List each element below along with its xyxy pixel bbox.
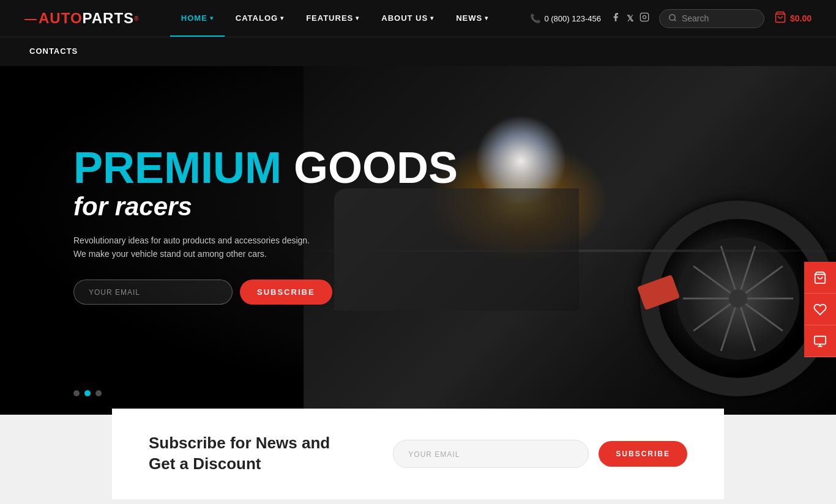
slider-dots — [73, 390, 102, 396]
subscribe-wrapper: Subscribe for News and Get a Discount SU… — [0, 409, 836, 504]
subscribe-button[interactable]: SUBSCRIBE — [599, 441, 687, 467]
subscribe-email-input[interactable] — [393, 440, 589, 468]
right-float-buttons — [804, 262, 836, 357]
phone-number: 0 (800) 123-456 — [544, 14, 601, 23]
subscribe-title: Subscribe for News and Get a Discount — [149, 433, 332, 475]
svg-line-3 — [674, 19, 676, 21]
facebook-icon[interactable] — [611, 12, 621, 24]
nav-item-features[interactable]: FEATURES ▾ — [295, 0, 370, 37]
svg-rect-0 — [640, 13, 648, 21]
logo-auto: AUTO — [39, 10, 83, 27]
subscribe-section: Subscribe for News and Get a Discount SU… — [112, 409, 724, 499]
hero-desc-line1: Revolutionary ideas for auto products an… — [73, 234, 458, 247]
subscribe-right: SUBSCRIBE — [393, 440, 687, 468]
nav-item-about[interactable]: ABOUT US ▾ — [370, 0, 445, 37]
phone-icon: 📞 — [530, 13, 540, 23]
nav-item-contacts[interactable]: CONTACTS — [18, 37, 89, 67]
main-nav: HOME ▾ CATALOG ▾ FEATURES ▾ ABOUT US ▾ N… — [170, 0, 499, 37]
cart-area[interactable]: $0.00 — [774, 11, 812, 26]
second-nav-row: CONTACTS — [0, 37, 836, 66]
search-box[interactable] — [659, 9, 764, 28]
svg-point-2 — [670, 14, 675, 20]
nav-item-home[interactable]: HOME ▾ — [170, 0, 225, 37]
hero-subscribe-button[interactable]: SUBSCRIBE — [240, 280, 332, 305]
hero-section: PREMIUM GOODS for racers Revolutionary i… — [0, 66, 836, 415]
cart-icon — [774, 11, 786, 26]
header-right-controls: 📞 0 (800) 123-456 𝕏 — [530, 9, 812, 28]
wishlist-float-button[interactable] — [804, 294, 836, 325]
hero-title-premium: PREMIUM — [73, 143, 294, 192]
chevron-down-icon: ▾ — [280, 15, 284, 21]
cart-float-button[interactable] — [804, 262, 836, 294]
chevron-down-icon: ▾ — [485, 15, 488, 21]
hero-content: PREMIUM GOODS for racers Revolutionary i… — [73, 146, 458, 305]
cart-price: $0.00 — [790, 13, 812, 23]
logo-reg: ® — [134, 15, 139, 22]
instagram-icon[interactable] — [640, 12, 649, 24]
phone-area: 📞 0 (800) 123-456 — [530, 13, 601, 23]
hero-subtitle: for racers — [73, 192, 458, 221]
nav-item-news[interactable]: NEWS ▾ — [445, 0, 499, 37]
header: — AUTO PARTS ® HOME ▾ CATALOG ▾ FEATURES… — [0, 0, 836, 66]
wheel-inner — [677, 237, 799, 360]
logo[interactable]: — AUTO PARTS ® — [24, 10, 140, 27]
svg-rect-6 — [815, 336, 826, 344]
search-icon — [668, 13, 677, 24]
compare-float-button[interactable] — [804, 325, 836, 357]
chevron-down-icon: ▾ — [210, 15, 214, 21]
nav-item-catalog[interactable]: CATALOG ▾ — [225, 0, 295, 37]
hero-desc-line2: We make your vehicle stand out among oth… — [73, 247, 458, 261]
social-icons: 𝕏 — [611, 12, 649, 24]
slider-dot-2[interactable] — [84, 390, 91, 396]
slider-dot-1[interactable] — [73, 390, 80, 396]
search-input[interactable] — [682, 13, 755, 23]
slider-dot-3[interactable] — [95, 390, 102, 396]
logo-parts: PARTS — [83, 10, 135, 27]
hero-email-row: SUBSCRIBE — [73, 280, 458, 305]
hero-description: Revolutionary ideas for auto products an… — [73, 234, 458, 261]
hero-email-input[interactable] — [73, 280, 233, 305]
hero-title-goods: GOODS — [294, 143, 458, 192]
twitter-icon[interactable]: 𝕏 — [627, 13, 633, 23]
chevron-down-icon: ▾ — [356, 15, 359, 21]
logo-dash: — — [24, 12, 37, 26]
chevron-down-icon: ▾ — [430, 15, 434, 21]
header-top-row: — AUTO PARTS ® HOME ▾ CATALOG ▾ FEATURES… — [0, 0, 836, 37]
hero-title: PREMIUM GOODS — [73, 146, 458, 190]
